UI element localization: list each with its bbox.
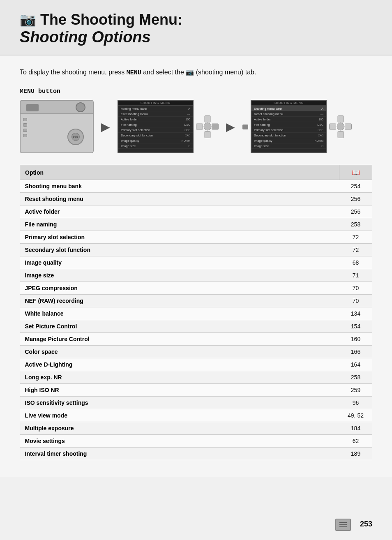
menu-screen2-group: SHOOTING MENU Shooting menu bankA Reset …	[242, 100, 352, 153]
option-cell: Multiple exposure	[20, 422, 339, 435]
page-number: 253	[360, 520, 372, 528]
intro-text3: (shooting menu) tab.	[194, 69, 256, 76]
option-cell: Interval timer shooting	[20, 448, 339, 460]
side-btn-4	[23, 134, 27, 137]
page-cell: 184	[339, 422, 372, 435]
table-row: High ISO NR259	[20, 384, 372, 397]
table-row: File naming258	[20, 218, 372, 231]
menu-rows-1: hooting menu bankA eset shooting menu---…	[118, 106, 193, 149]
option-cell: Image quality	[20, 256, 339, 269]
menu-row: Secondary slot function□+□	[251, 133, 326, 138]
camera-viewfinder	[26, 104, 39, 111]
option-cell: Active folder	[20, 205, 339, 218]
option-cell: Movie settings	[20, 435, 339, 448]
table-row: Image size71	[20, 269, 372, 282]
option-cell: Image size	[20, 269, 339, 282]
option-cell: Color space	[20, 346, 339, 358]
option-cell: NEF (RAW) recording	[20, 295, 339, 307]
page-title-line2: Shooting Options	[20, 28, 372, 47]
table-row: Movie settings62	[20, 435, 372, 448]
table-header-page: 📖	[339, 165, 372, 180]
table-row: JPEG compression70	[20, 282, 372, 295]
dpad-down	[204, 131, 210, 138]
page-cell: 71	[339, 269, 372, 282]
menu-button-text: MENU button	[20, 88, 60, 95]
dpad-control-2	[329, 115, 352, 138]
dpad-up	[204, 115, 210, 122]
page-cell: 166	[339, 346, 372, 358]
side-btn-2	[23, 123, 27, 127]
page-cell: 160	[339, 333, 372, 346]
camera-top	[21, 101, 93, 114]
menu-screen-2: SHOOTING MENU Shooting menu bankA Reset …	[251, 100, 327, 153]
option-cell: File naming	[20, 218, 339, 231]
menu-screen1-group: SHOOTING MENU hooting menu bankA eset sh…	[118, 100, 219, 153]
table-row: Live view mode49, 52	[20, 409, 372, 422]
menu-title-bar-1: SHOOTING MENU	[118, 101, 193, 106]
menu-row: Primary slot selection□CF	[118, 127, 193, 133]
book-icon-header: 📖	[352, 169, 360, 176]
dpad-center-2	[337, 123, 344, 131]
page-cell: 258	[339, 218, 372, 231]
dpad-center	[203, 123, 211, 131]
menu-row: Active folder100	[251, 117, 326, 122]
book-lines	[339, 522, 347, 527]
dpad-up-2	[337, 115, 344, 122]
menu-row: Reset shooting menu---	[251, 111, 326, 117]
camera-icon: 📷	[20, 12, 36, 27]
page-cell: 72	[339, 244, 372, 256]
option-cell: Manage Picture Control	[20, 333, 339, 346]
camera-symbol-inline: 📷	[186, 69, 194, 76]
body-content: To display the shooting menu, press MENU…	[0, 55, 392, 477]
page-cell: 189	[339, 448, 372, 460]
table-row: Color space166	[20, 346, 372, 358]
dpad-2	[329, 115, 352, 138]
menu-row: Primary slot selection□CF	[251, 127, 326, 133]
table-row: Image quality68	[20, 256, 372, 269]
page-cell: 96	[339, 397, 372, 409]
camera-icon-screen2	[242, 123, 248, 130]
table-body: Shooting menu bank254Reset shooting menu…	[20, 180, 372, 460]
table-row: Manage Picture Control160	[20, 333, 372, 346]
option-cell: Shooting menu bank	[20, 180, 339, 193]
side-btn-3	[23, 129, 27, 132]
ok-button: OK	[67, 129, 84, 145]
option-cell: Set Picture Control	[20, 320, 339, 333]
page-cell: 154	[339, 320, 372, 333]
dpad-right	[212, 124, 219, 130]
page-cell: 62	[339, 435, 372, 448]
option-cell: Primary slot selection	[20, 231, 339, 244]
book-line	[339, 526, 347, 527]
menu-row: Image size□	[118, 143, 193, 149]
table-row: Active D-Lighting164	[20, 358, 372, 371]
table-row: Secondary slot function72	[20, 244, 372, 256]
menu-row: Image qualityNORM	[118, 138, 193, 143]
table-row: Active folder256	[20, 205, 372, 218]
option-cell: Active D-Lighting	[20, 358, 339, 371]
table-row: Multiple exposure184	[20, 422, 372, 435]
page-cell: 49, 52	[339, 409, 372, 422]
arrow-right-2: ▶	[226, 120, 235, 134]
camera-thumb-icon	[242, 125, 248, 129]
intro-text1: To display the shooting menu, press	[20, 69, 127, 76]
ok-inner: OK	[71, 133, 80, 141]
page-cell: 70	[339, 282, 372, 295]
option-cell: White balance	[20, 307, 339, 320]
dpad-1	[196, 115, 219, 138]
option-cell: Secondary slot function	[20, 244, 339, 256]
dpad-left	[196, 124, 203, 130]
table-row: White balance134	[20, 307, 372, 320]
dpad-control-1	[196, 115, 219, 138]
page-cell: 256	[339, 205, 372, 218]
page-cell: 70	[339, 295, 372, 307]
side-buttons	[23, 118, 27, 137]
arrow-right-1: ▶	[101, 120, 110, 134]
table-row: Reset shooting menu256	[20, 193, 372, 205]
menu-row: Secondary slot function□+□	[118, 133, 193, 138]
page-cell: 72	[339, 231, 372, 244]
menu-row: File namingDSC	[118, 122, 193, 127]
option-cell: High ISO NR	[20, 384, 339, 397]
bottom-book-icon	[335, 519, 351, 531]
table-row: Long exp. NR258	[20, 371, 372, 384]
option-cell: Long exp. NR	[20, 371, 339, 384]
